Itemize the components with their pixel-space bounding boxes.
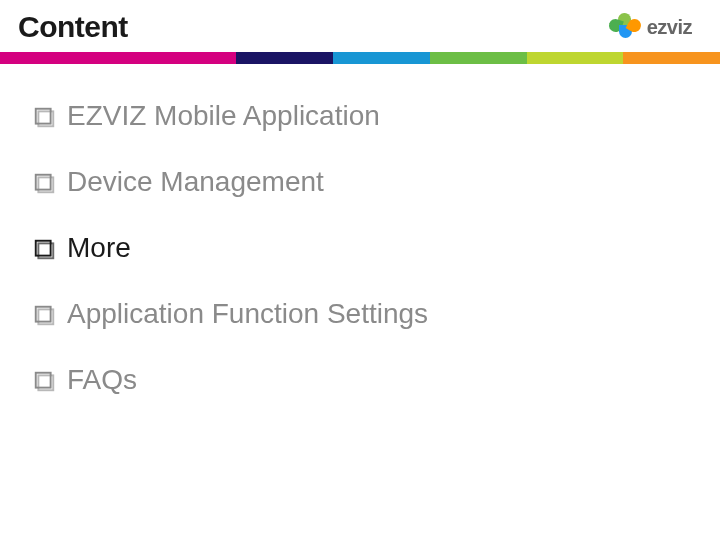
slide-header: Content ezviz	[0, 0, 720, 50]
content-list: EZVIZ Mobile Application Device Manageme…	[0, 64, 720, 396]
checkbox-icon	[34, 305, 55, 326]
brand-logo: ezviz	[609, 13, 692, 41]
checkbox-icon	[34, 239, 55, 260]
brand-logo-mark	[609, 13, 641, 41]
list-item-label: EZVIZ Mobile Application	[67, 100, 380, 132]
list-item: Device Management	[34, 166, 702, 198]
list-item: More	[34, 232, 702, 264]
list-item-label: More	[67, 232, 131, 264]
list-item: FAQs	[34, 364, 702, 396]
list-item-label: Device Management	[67, 166, 324, 198]
list-item: EZVIZ Mobile Application	[26, 100, 702, 132]
brand-logo-text: ezviz	[647, 16, 692, 39]
list-item-label: FAQs	[67, 364, 137, 396]
page-title: Content	[18, 10, 128, 44]
checkbox-icon	[34, 371, 55, 392]
list-item-label: Application Function Settings	[67, 298, 428, 330]
checkbox-icon	[34, 107, 55, 128]
checkbox-icon	[34, 173, 55, 194]
list-item: Application Function Settings	[34, 298, 702, 330]
color-divider-bar	[0, 52, 720, 64]
